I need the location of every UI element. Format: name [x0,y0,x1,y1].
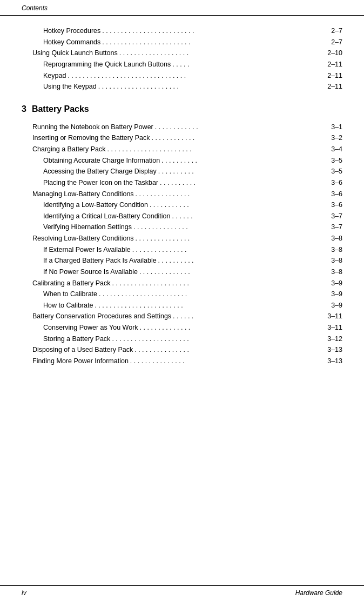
toc-entry-dots: . . . . . . . . . . [158,255,330,266]
toc-entry-dots: . . . . . . . . . . [158,166,329,177]
list-item: Storing a Battery Pack. . . . . . . . . … [22,333,342,345]
toc-entry-label: Identifying a Low-Battery Condition [43,199,148,211]
toc-entry-label: Managing Low-Battery Conditions [32,189,134,200]
toc-entry-dots: . . . . . . . . . . . . . . . . . . . . … [102,37,329,48]
toc-entry-page: 3–6 [331,177,342,189]
section3-number: 3 [22,104,26,113]
toc-entry-dots: . . . . . . . . . . [160,177,329,189]
toc-entry-label: Reprogramming the Quick Launch Buttons [43,59,171,70]
section2-entries: Hotkey Procedures. . . . . . . . . . . .… [22,25,342,92]
footer-left: iv [22,589,26,597]
toc-entry-dots: . . . . . . [173,311,326,322]
toc-entry-label: Obtaining Accurate Charge Information [43,155,160,166]
toc-entry-page: 2–10 [327,48,342,59]
toc-entry-label: Battery Conservation Procedures and Sett… [32,311,171,322]
toc-entry-page: 2–7 [331,25,342,37]
list-item: Calibrating a Battery Pack . . . . . . .… [22,278,342,289]
toc-entry-dots: . . . . . . . . . . . . . . . . . . . . … [99,289,329,300]
toc-entry-label: Disposing of a Used Battery Pack [32,344,133,356]
toc-entry-page: 3–1 [331,122,342,133]
toc-entry-label: Verifying Hibernation Settings [43,222,132,233]
toc-entry-page: 3–6 [331,189,342,200]
toc-entry-dots: . . . . . . . . . . . . . . [140,322,326,333]
toc-entry-label: Hotkey Commands [43,37,100,48]
toc-entry-dots: . . . . . . . . . . . . . . . . . . . . … [68,70,326,82]
toc-entry-dots: . . . . . . . . . . . [150,199,329,211]
toc-entry-page: 3–7 [331,211,342,222]
toc-entry-label: Placing the Power Icon on the Taskbar [43,177,158,189]
toc-entry-page: 3–8 [331,244,342,256]
toc-entry-dots: . . . . . . . . . . . . . . . . . . . . … [112,278,330,289]
toc-entry-label: Finding More Power Information [32,356,129,367]
toc-entry-page: 3–8 [331,266,342,278]
list-item: Hotkey Procedures. . . . . . . . . . . .… [22,25,342,37]
toc-entry-label: Using Quick Launch Buttons [32,48,118,59]
toc-entry-label: When to Calibrate [43,289,97,300]
list-item: Resolving Low-Battery Conditions . . . .… [22,233,342,244]
toc-entry-page: 3–8 [331,255,342,266]
list-item: Conserving Power as You Work. . . . . . … [22,322,342,333]
toc-entry-page: 3–11 [327,322,342,333]
list-item: Hotkey Commands . . . . . . . . . . . . … [22,37,342,48]
list-item: Disposing of a Used Battery Pack . . . .… [22,344,342,356]
list-item: Identifying a Low-Battery Condition . . … [22,199,342,211]
toc-entry-label: Using the Keypad [43,81,97,92]
toc-entry-dots: . . . . . . . . . . . . [155,122,329,133]
toc-entry-page: 3–4 [331,144,342,155]
header-label: Contents [22,4,48,12]
toc-entry-label: Keypad [43,70,66,82]
toc-entry-dots: . . . . . . . . . . . . . . . [133,222,329,233]
toc-entry-dots: . . . . . . . . . . . . . . . . . . . . … [102,25,329,37]
page-header: Contents [0,0,364,16]
section3-title: Battery Packs [32,104,89,113]
toc-entry-label: If No Power Source Is Available [43,266,138,278]
toc-entry-page: 3–2 [331,132,342,144]
toc-content: Hotkey Procedures. . . . . . . . . . . .… [0,16,364,399]
toc-entry-dots: . . . . . . . . . . . . . . . [132,244,329,256]
toc-entry-label: If External Power Is Available [43,244,131,256]
toc-entry-page: 2–11 [327,81,342,92]
toc-entry-page: 2–7 [331,37,342,48]
toc-entry-dots: . . . . . . . . . . . . . . . . . . . . … [95,300,329,311]
list-item: Charging a Battery Pack. . . . . . . . .… [22,144,342,155]
toc-entry-page: 3–5 [331,166,342,177]
toc-entry-label: Calibrating a Battery Pack [32,278,111,289]
toc-entry-dots: . . . . . . . . . . . . . . . . . . . . … [98,81,326,92]
toc-entry-dots: . . . . . . [172,211,330,222]
toc-entry-dots: . . . . . . . . . . . . [151,132,329,144]
toc-entry-page: 3–5 [331,155,342,166]
list-item: How to Calibrate . . . . . . . . . . . .… [22,300,342,311]
list-item: Using Quick Launch Buttons. . . . . . . … [22,48,342,59]
toc-entry-dots: . . . . . . . . . . . . . . . . . . . . … [107,144,330,155]
section3-entries: Running the Notebook on Battery Power . … [22,122,342,367]
list-item: When to Calibrate . . . . . . . . . . . … [22,289,342,300]
section3-heading: 3Battery Packs [22,104,342,114]
list-item: Keypad. . . . . . . . . . . . . . . . . … [22,70,342,82]
toc-entry-page: 3–8 [331,233,342,244]
toc-entry-dots: . . . . . . . . . . [161,155,329,166]
list-item: Running the Notebook on Battery Power . … [22,122,342,133]
toc-entry-label: Charging a Battery Pack [32,144,106,155]
toc-entry-label: Running the Notebook on Battery Power [32,122,153,133]
list-item: Reprogramming the Quick Launch Buttons .… [22,59,342,70]
list-item: Battery Conservation Procedures and Sett… [22,311,342,322]
toc-entry-page: 3–13 [327,344,342,356]
toc-entry-label: Conserving Power as You Work [43,322,138,333]
list-item: If External Power Is Available . . . . .… [22,244,342,256]
toc-entry-page: 3–6 [331,199,342,211]
list-item: Obtaining Accurate Charge Information. .… [22,155,342,166]
list-item: Verifying Hibernation Settings . . . . .… [22,222,342,233]
toc-entry-label: If a Charged Battery Pack Is Available [43,255,157,266]
list-item: Identifying a Critical Low-Battery Condi… [22,211,342,222]
toc-entry-page: 3–11 [327,311,342,322]
toc-entry-page: 3–9 [331,278,342,289]
list-item: Finding More Power Information . . . . .… [22,356,342,367]
toc-entry-page: 2–11 [327,70,342,82]
toc-entry-label: Identifying a Critical Low-Battery Condi… [43,211,171,222]
toc-entry-dots: . . . . . . . . . . . . . . . [130,356,326,367]
toc-entry-dots: . . . . . . . . . . . . . . . [136,189,330,200]
list-item: If a Charged Battery Pack Is Available. … [22,255,342,266]
toc-entry-page: 3–12 [327,333,342,345]
toc-entry-dots: . . . . . . . . . . . . . . . . . . . . … [112,333,326,345]
toc-entry-page: 3–13 [327,356,342,367]
